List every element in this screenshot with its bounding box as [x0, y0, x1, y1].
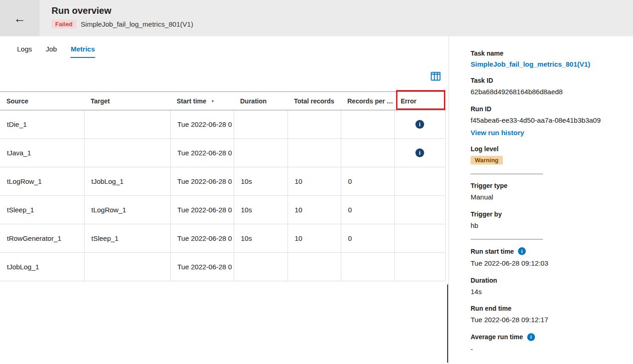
cell-duration	[234, 139, 288, 167]
view-run-history-link[interactable]: View run history	[471, 129, 524, 136]
cell-target: tLogRow_1	[84, 196, 170, 224]
cell-duration: 10s	[234, 167, 288, 196]
cell-error	[394, 224, 445, 253]
cell-source: tRowGenerator_1	[0, 224, 84, 253]
table-row[interactable]: tSleep_1 tLogRow_1 Tue 2022-06-28 0 10s …	[0, 196, 445, 224]
cell-error	[394, 167, 445, 196]
col-duration[interactable]: Duration	[234, 92, 288, 110]
trigger-by-field: Trigger by hb	[471, 210, 623, 230]
cell-total-records: 10	[288, 224, 341, 253]
cell-total-records	[288, 139, 341, 167]
main-panel: Logs Job Metrics Source	[0, 36, 449, 364]
run-start-info-icon[interactable]: i	[518, 247, 526, 255]
cell-duration	[234, 253, 288, 281]
cell-records-per-second: 0	[341, 167, 394, 196]
back-button[interactable]: ←	[0, 0, 40, 36]
cell-source: tJava_1	[0, 139, 84, 167]
columns-icon	[431, 71, 441, 81]
col-error[interactable]: Error	[394, 92, 445, 110]
cell-total-records	[288, 110, 341, 139]
trigger-by-label: Trigger by	[471, 210, 623, 218]
cell-source: tJobLog_1	[0, 253, 84, 281]
avg-run-time-info-icon[interactable]: i	[527, 333, 535, 341]
header-info: Run overview Failed SimpleJob_fail_log_m…	[40, 0, 193, 36]
task-id-field: Task ID 62ba68d49268164b86d8aed8	[471, 77, 623, 97]
run-start-label: Run start time	[471, 248, 514, 255]
duration-value: 14s	[471, 287, 623, 296]
run-details-panel: Task name SimpleJob_fail_log_metrics_801…	[449, 36, 633, 364]
trigger-type-value: Manual	[471, 193, 623, 202]
cell-target	[84, 110, 170, 139]
run-end-label: Run end time	[471, 305, 623, 312]
trigger-type-label: Trigger type	[471, 182, 623, 189]
cell-target	[84, 139, 170, 167]
cell-start-time: Tue 2022-06-28 0	[170, 139, 234, 167]
cell-source: tLogRow_1	[0, 167, 84, 196]
trigger-type-field: Trigger type Manual	[471, 182, 623, 202]
vertical-scrollbar[interactable]	[447, 284, 448, 363]
run-start-value: Tue 2022-06-28 09:12:03	[471, 259, 623, 268]
cell-start-time: Tue 2022-06-28 0	[170, 224, 234, 253]
cell-error: i	[394, 110, 445, 139]
tab-bar: Logs Job Metrics	[0, 36, 449, 58]
cell-start-time: Tue 2022-06-28 0	[170, 167, 234, 196]
page-header: ← Run overview Failed SimpleJob_fail_log…	[0, 0, 633, 36]
col-start-time[interactable]: Start time ▼	[170, 92, 234, 110]
col-start-time-label: Start time	[177, 97, 207, 105]
tab-metrics[interactable]: Metrics	[70, 42, 96, 58]
col-records-per-second[interactable]: Records per …	[341, 92, 394, 110]
cell-source: tSleep_1	[0, 196, 84, 224]
back-arrow-icon: ←	[14, 11, 26, 25]
table-row[interactable]: tRowGenerator_1 tSleep_1 Tue 2022-06-28 …	[0, 224, 445, 253]
metrics-table: Source Target Start time ▼ Duration Tota…	[0, 91, 445, 281]
col-target[interactable]: Target	[84, 92, 170, 110]
tab-logs[interactable]: Logs	[17, 42, 33, 58]
cell-start-time: Tue 2022-06-28 0	[170, 196, 234, 224]
column-settings-button[interactable]	[430, 71, 441, 82]
run-end-value: Tue 2022-06-28 09:12:17	[471, 315, 623, 324]
error-info-icon[interactable]: i	[415, 148, 424, 157]
cell-error	[394, 253, 445, 281]
cell-records-per-second	[341, 110, 394, 139]
cell-target	[84, 253, 170, 281]
cell-error	[394, 196, 445, 224]
error-info-icon[interactable]: i	[415, 120, 424, 129]
col-total-records[interactable]: Total records	[288, 92, 341, 110]
log-level-label: Log level	[471, 145, 623, 153]
cell-start-time: Tue 2022-06-28 0	[170, 253, 234, 281]
task-name-link[interactable]: SimpleJob_fail_log_metrics_801(V1)	[471, 60, 590, 68]
cell-source: tDie_1	[0, 110, 84, 139]
run-id-label: Run ID	[471, 105, 623, 113]
cell-total-records	[288, 253, 341, 281]
cell-target: tSleep_1	[84, 224, 170, 253]
cell-records-per-second: 0	[341, 196, 394, 224]
tab-job[interactable]: Job	[46, 42, 58, 58]
run-id-value: f45abea6-ee33-4d50-aa7a-08e41b3b3a09	[471, 116, 623, 125]
run-start-field: Run start time i Tue 2022-06-28 09:12:03	[471, 247, 623, 268]
page-title: Run overview	[52, 6, 193, 16]
content-area: Logs Job Metrics Source	[0, 36, 633, 364]
panel-divider	[471, 239, 543, 239]
run-end-field: Run end time Tue 2022-06-28 09:12:17	[471, 305, 623, 324]
avg-run-time-value: -	[471, 345, 623, 354]
table-row[interactable]: tLogRow_1 tJobLog_1 Tue 2022-06-28 0 10s…	[0, 167, 445, 196]
table-row[interactable]: tJava_1 Tue 2022-06-28 0 i	[0, 139, 445, 167]
avg-run-time-label: Average run time	[471, 333, 523, 341]
table-row[interactable]: tJobLog_1 Tue 2022-06-28 0	[0, 253, 445, 281]
cell-target: tJobLog_1	[84, 167, 170, 196]
col-source[interactable]: Source	[0, 92, 84, 110]
duration-field: Duration 14s	[471, 277, 623, 296]
run-id-field: Run ID f45abea6-ee33-4d50-aa7a-08e41b3b3…	[471, 105, 623, 137]
task-id-value: 62ba68d49268164b86d8aed8	[471, 87, 623, 97]
cell-total-records: 10	[288, 167, 341, 196]
cell-start-time: Tue 2022-06-28 0	[170, 110, 234, 139]
cell-records-per-second: 0	[341, 224, 394, 253]
table-header-row: Source Target Start time ▼ Duration Tota…	[0, 92, 445, 110]
task-name-label: Task name	[471, 50, 623, 57]
table-row[interactable]: tDie_1 Tue 2022-06-28 0 i	[0, 110, 445, 139]
run-subtitle: Failed SimpleJob_fail_log_metrics_801(V1…	[52, 20, 193, 28]
cell-error: i	[394, 139, 445, 167]
cell-records-per-second	[341, 253, 394, 281]
panel-divider	[471, 174, 543, 174]
task-name-field: Task name SimpleJob_fail_log_metrics_801…	[471, 50, 623, 68]
